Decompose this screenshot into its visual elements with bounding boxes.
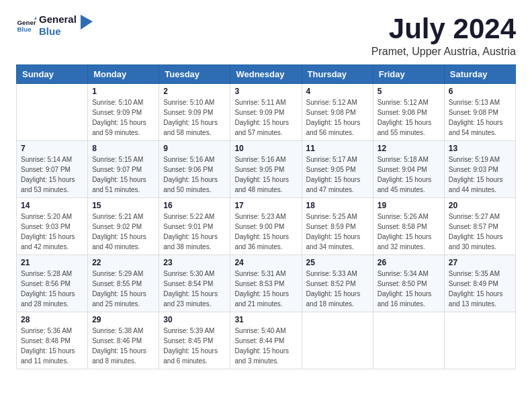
day-number: 29 (92, 315, 154, 324)
header-saturday: Saturday (444, 65, 515, 84)
day-number: 14 (21, 201, 83, 210)
day-cell: 1 Sunrise: 5:10 AMSunset: 9:09 PMDayligh… (88, 84, 159, 141)
day-number: 30 (163, 315, 226, 324)
day-cell: 26 Sunrise: 5:34 AMSunset: 8:50 PMDaylig… (373, 255, 444, 312)
day-number: 5 (378, 87, 440, 96)
day-cell: 17 Sunrise: 5:23 AMSunset: 9:00 PMDaylig… (230, 198, 302, 255)
calendar-header-row: SundayMondayTuesdayWednesdayThursdayFrid… (17, 65, 516, 84)
day-info: Sunrise: 5:39 AMSunset: 8:45 PMDaylight:… (163, 327, 218, 365)
day-number: 20 (449, 201, 511, 210)
day-number: 17 (234, 201, 297, 210)
week-row-3: 21 Sunrise: 5:28 AMSunset: 8:56 PMDaylig… (17, 255, 516, 312)
day-number: 15 (92, 201, 154, 210)
day-info: Sunrise: 5:12 AMSunset: 9:08 PMDaylight:… (378, 99, 432, 136)
day-cell: 22 Sunrise: 5:29 AMSunset: 8:55 PMDaylig… (88, 255, 159, 312)
title-area: July 2024 Pramet, Upper Austria, Austria (371, 13, 516, 58)
day-cell: 21 Sunrise: 5:28 AMSunset: 8:56 PMDaylig… (17, 255, 88, 312)
day-info: Sunrise: 5:23 AMSunset: 9:00 PMDaylight:… (234, 213, 289, 250)
logo-blue: Blue (39, 26, 77, 38)
day-info: Sunrise: 5:36 AMSunset: 8:48 PMDaylight:… (21, 327, 75, 365)
logo-arrow-icon (81, 15, 93, 30)
header-monday: Monday (88, 65, 159, 84)
day-cell: 13 Sunrise: 5:19 AMSunset: 9:03 PMDaylig… (444, 141, 515, 198)
logo-icon: General Blue (16, 15, 36, 36)
day-number: 3 (234, 87, 297, 96)
calendar-table: SundayMondayTuesdayWednesdayThursdayFrid… (16, 64, 516, 369)
day-cell: 4 Sunrise: 5:12 AMSunset: 9:08 PMDayligh… (302, 84, 373, 141)
day-cell: 27 Sunrise: 5:35 AMSunset: 8:49 PMDaylig… (444, 255, 515, 312)
day-cell (17, 84, 88, 141)
day-cell: 18 Sunrise: 5:25 AMSunset: 8:59 PMDaylig… (302, 198, 373, 255)
day-cell: 23 Sunrise: 5:30 AMSunset: 8:54 PMDaylig… (159, 255, 230, 312)
week-row-0: 1 Sunrise: 5:10 AMSunset: 9:09 PMDayligh… (17, 84, 516, 141)
day-number: 8 (92, 144, 154, 153)
day-number: 28 (21, 315, 83, 324)
svg-text:General: General (17, 19, 37, 26)
week-row-1: 7 Sunrise: 5:14 AMSunset: 9:07 PMDayligh… (17, 141, 516, 198)
header-friday: Friday (373, 65, 444, 84)
day-number: 23 (163, 258, 226, 267)
day-info: Sunrise: 5:21 AMSunset: 9:02 PMDaylight:… (92, 213, 146, 250)
day-cell: 10 Sunrise: 5:16 AMSunset: 9:05 PMDaylig… (230, 141, 302, 198)
header-sunday: Sunday (17, 65, 88, 84)
day-number: 26 (378, 258, 440, 267)
day-info: Sunrise: 5:12 AMSunset: 9:08 PMDaylight:… (306, 99, 361, 136)
logo-general: General (39, 13, 77, 26)
day-number: 7 (21, 144, 83, 153)
day-cell (302, 312, 373, 369)
day-info: Sunrise: 5:10 AMSunset: 9:09 PMDaylight:… (92, 99, 146, 136)
day-info: Sunrise: 5:16 AMSunset: 9:06 PMDaylight:… (163, 156, 218, 193)
day-cell: 14 Sunrise: 5:20 AMSunset: 9:03 PMDaylig… (17, 198, 88, 255)
week-row-4: 28 Sunrise: 5:36 AMSunset: 8:48 PMDaylig… (17, 312, 516, 369)
day-cell: 25 Sunrise: 5:33 AMSunset: 8:52 PMDaylig… (302, 255, 373, 312)
day-info: Sunrise: 5:22 AMSunset: 9:01 PMDaylight:… (163, 213, 218, 250)
day-cell: 29 Sunrise: 5:38 AMSunset: 8:46 PMDaylig… (88, 312, 159, 369)
day-cell: 5 Sunrise: 5:12 AMSunset: 9:08 PMDayligh… (373, 84, 444, 141)
day-info: Sunrise: 5:28 AMSunset: 8:56 PMDaylight:… (21, 270, 75, 308)
day-info: Sunrise: 5:30 AMSunset: 8:54 PMDaylight:… (163, 270, 218, 308)
day-cell (373, 312, 444, 369)
day-number: 13 (449, 144, 511, 153)
day-number: 1 (92, 87, 154, 96)
day-number: 18 (306, 201, 369, 210)
day-info: Sunrise: 5:15 AMSunset: 9:07 PMDaylight:… (92, 156, 146, 193)
week-row-2: 14 Sunrise: 5:20 AMSunset: 9:03 PMDaylig… (17, 198, 516, 255)
day-number: 22 (92, 258, 154, 267)
header: General Blue General Blue July 2024 Pram… (16, 13, 516, 58)
day-number: 6 (449, 87, 511, 96)
day-cell: 6 Sunrise: 5:13 AMSunset: 9:08 PMDayligh… (444, 84, 515, 141)
day-info: Sunrise: 5:33 AMSunset: 8:52 PMDaylight:… (306, 270, 361, 308)
day-cell: 24 Sunrise: 5:31 AMSunset: 8:53 PMDaylig… (230, 255, 302, 312)
day-cell: 11 Sunrise: 5:17 AMSunset: 9:05 PMDaylig… (302, 141, 373, 198)
day-info: Sunrise: 5:35 AMSunset: 8:49 PMDaylight:… (449, 270, 503, 308)
day-number: 4 (306, 87, 369, 96)
day-info: Sunrise: 5:40 AMSunset: 8:44 PMDaylight:… (234, 327, 289, 365)
day-info: Sunrise: 5:17 AMSunset: 9:05 PMDaylight:… (306, 156, 361, 193)
day-info: Sunrise: 5:18 AMSunset: 9:04 PMDaylight:… (378, 156, 432, 193)
day-info: Sunrise: 5:10 AMSunset: 9:09 PMDaylight:… (163, 99, 218, 136)
day-info: Sunrise: 5:14 AMSunset: 9:07 PMDaylight:… (21, 156, 75, 193)
day-cell: 15 Sunrise: 5:21 AMSunset: 9:02 PMDaylig… (88, 198, 159, 255)
day-cell: 12 Sunrise: 5:18 AMSunset: 9:04 PMDaylig… (373, 141, 444, 198)
day-cell: 28 Sunrise: 5:36 AMSunset: 8:48 PMDaylig… (17, 312, 88, 369)
svg-marker-3 (81, 15, 93, 30)
day-cell: 2 Sunrise: 5:10 AMSunset: 9:09 PMDayligh… (159, 84, 230, 141)
day-number: 9 (163, 144, 226, 153)
day-number: 10 (234, 144, 297, 153)
day-info: Sunrise: 5:16 AMSunset: 9:05 PMDaylight:… (234, 156, 289, 193)
day-info: Sunrise: 5:20 AMSunset: 9:03 PMDaylight:… (21, 213, 75, 250)
day-cell: 9 Sunrise: 5:16 AMSunset: 9:06 PMDayligh… (159, 141, 230, 198)
svg-marker-2 (34, 17, 36, 20)
day-cell: 30 Sunrise: 5:39 AMSunset: 8:45 PMDaylig… (159, 312, 230, 369)
day-cell: 31 Sunrise: 5:40 AMSunset: 8:44 PMDaylig… (230, 312, 302, 369)
header-thursday: Thursday (302, 65, 373, 84)
day-cell: 8 Sunrise: 5:15 AMSunset: 9:07 PMDayligh… (88, 141, 159, 198)
day-number: 27 (449, 258, 511, 267)
logo: General Blue General Blue (16, 13, 93, 38)
day-number: 25 (306, 258, 369, 267)
day-number: 16 (163, 201, 226, 210)
day-cell (444, 312, 515, 369)
day-cell: 16 Sunrise: 5:22 AMSunset: 9:01 PMDaylig… (159, 198, 230, 255)
day-number: 12 (378, 144, 440, 153)
day-number: 11 (306, 144, 369, 153)
